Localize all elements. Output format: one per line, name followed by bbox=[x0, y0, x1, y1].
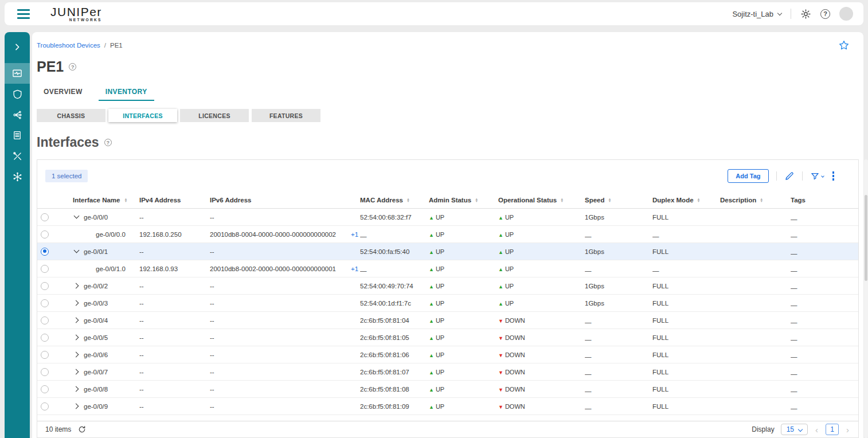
tab-inventory[interactable]: INVENTORY bbox=[105, 88, 147, 101]
add-tag-button[interactable]: Add Tag bbox=[728, 169, 768, 183]
row-radio-button[interactable] bbox=[41, 402, 49, 410]
help-icon[interactable]: ? bbox=[820, 9, 830, 19]
column-header-operational-status[interactable]: Operational Status▲▼ bbox=[498, 197, 585, 204]
ipv6-more-link[interactable]: +1 bbox=[351, 231, 358, 238]
status-arrow-icon: ▼ bbox=[498, 335, 503, 341]
row-expander-chevron-icon[interactable] bbox=[73, 369, 80, 375]
cell-ipv4-address: -- bbox=[139, 248, 210, 255]
row-expander-chevron-icon[interactable] bbox=[73, 351, 80, 358]
sort-icon: ▲▼ bbox=[475, 198, 478, 203]
breadcrumb-link-troubleshoot-devices[interactable]: Troubleshoot Devices bbox=[37, 42, 100, 49]
row-radio-button[interactable] bbox=[41, 230, 49, 238]
row-radio-button[interactable] bbox=[41, 385, 49, 393]
table-row[interactable]: ge-0/0/4 -- -- 2c:6b:f5:0f:81:04 ▲UP ▼DO… bbox=[37, 312, 858, 329]
row-radio-button[interactable] bbox=[41, 213, 49, 221]
table-row[interactable]: ge-0/0/3 -- -- 52:54:00:1d:f1:7c ▲UP ▲UP… bbox=[37, 295, 858, 312]
row-radio-button[interactable] bbox=[41, 316, 49, 324]
filter-funnel-icon[interactable] bbox=[810, 171, 824, 181]
sidebar-expand-chevron-icon[interactable] bbox=[5, 37, 30, 57]
sidebar-item-reports[interactable] bbox=[5, 125, 30, 146]
status-arrow-icon: ▼ bbox=[498, 353, 503, 358]
row-expander-chevron-icon[interactable] bbox=[73, 248, 80, 255]
section-help-icon[interactable]: ? bbox=[104, 139, 112, 146]
favorite-star-icon[interactable] bbox=[838, 40, 850, 51]
ipv6-more-link[interactable]: +1 bbox=[351, 265, 358, 272]
brand-name: JUNIPer bbox=[50, 6, 102, 18]
row-radio-button[interactable] bbox=[41, 334, 49, 342]
row-radio-button[interactable] bbox=[41, 351, 49, 359]
column-header-admin-status[interactable]: Admin Status▲▼ bbox=[429, 197, 498, 204]
column-header-duplex-mode[interactable]: Duplex Mode▲▼ bbox=[652, 197, 720, 204]
cell-operational-status: ▲UP bbox=[498, 283, 585, 290]
cell-operational-status: ▼DOWN bbox=[498, 317, 585, 324]
table-row[interactable]: ge-0/0/1.0 192.168.0.93 20010db8-0002-00… bbox=[37, 260, 858, 277]
next-page-button[interactable]: › bbox=[845, 425, 850, 435]
cell-tags: — bbox=[791, 334, 858, 341]
title-help-icon[interactable]: ? bbox=[69, 63, 76, 71]
subtab-licences[interactable]: LICENCES bbox=[180, 109, 249, 122]
table-row[interactable]: ge-0/0/0 -- -- 52:54:00:68:32:f7 ▲UP ▲UP… bbox=[37, 209, 858, 226]
cell-tags: — bbox=[791, 283, 858, 290]
snowflake-icon bbox=[12, 171, 23, 182]
tab-overview[interactable]: OVERVIEW bbox=[44, 88, 83, 101]
table-row[interactable]: ge-0/0/0.0 192.168.0.250 20010db8-0004-0… bbox=[37, 226, 858, 243]
sidebar-item-automation[interactable] bbox=[5, 166, 30, 187]
cell-admin-status: ▲UP bbox=[429, 248, 498, 255]
table-row[interactable]: ge-0/0/2 -- -- 52:54:00:49:70:74 ▲UP ▲UP… bbox=[37, 277, 858, 295]
vertical-scrollbar[interactable] bbox=[864, 159, 868, 438]
sidebar-item-device-dashboard[interactable] bbox=[5, 63, 30, 84]
tools-icon bbox=[12, 151, 23, 162]
edit-pencil-icon[interactable] bbox=[784, 171, 795, 181]
column-header-speed[interactable]: Speed▲▼ bbox=[585, 197, 652, 204]
sort-icon: ▲▼ bbox=[406, 198, 410, 203]
row-radio-button[interactable] bbox=[41, 248, 49, 256]
column-header-mac[interactable]: MAC Address▲▼ bbox=[360, 197, 429, 204]
row-expander-chevron-icon[interactable] bbox=[73, 334, 80, 341]
cell-admin-status: ▲UP bbox=[429, 369, 498, 376]
cell-tags: — bbox=[791, 369, 858, 376]
cell-duplex-mode: FULL bbox=[652, 369, 720, 376]
subtab-features[interactable]: FEATURES bbox=[252, 109, 320, 122]
table-row[interactable]: ge-0/0/5 -- -- 2c:6b:f5:0f:81:05 ▲UP ▼DO… bbox=[37, 329, 858, 346]
row-radio-button[interactable] bbox=[41, 299, 49, 307]
status-arrow-icon: ▲ bbox=[429, 267, 434, 272]
cell-admin-status: ▲UP bbox=[429, 300, 498, 307]
org-selector[interactable]: Sojitz-ti_Lab bbox=[732, 10, 781, 18]
avatar[interactable] bbox=[839, 7, 853, 21]
table-row[interactable]: ge-0/0/8 -- -- 2c:6b:f5:0f:81:08 ▲UP ▼DO… bbox=[37, 381, 858, 398]
subtab-chassis[interactable]: CHASSIS bbox=[37, 109, 105, 122]
row-expander-chevron-icon[interactable] bbox=[73, 214, 80, 220]
status-arrow-icon: ▲ bbox=[429, 232, 434, 238]
row-radio-button[interactable] bbox=[41, 265, 49, 273]
subtab-interfaces[interactable]: INTERFACES bbox=[108, 109, 177, 122]
column-header-interface-name[interactable]: Interface Name▲▼ bbox=[71, 197, 139, 204]
sidebar-item-network-topology[interactable] bbox=[5, 104, 30, 125]
sidebar-item-security[interactable] bbox=[5, 84, 30, 104]
row-radio-button[interactable] bbox=[41, 282, 49, 290]
current-page-box[interactable]: 1 bbox=[826, 424, 839, 435]
cell-ipv4-address: -- bbox=[139, 403, 210, 410]
table-row[interactable]: ge-0/0/6 -- -- 2c:6b:f5:0f:81:06 ▲UP ▼DO… bbox=[37, 346, 858, 363]
table-row[interactable]: ge-0/0/1 -- -- 52:54:00:fa:f5:40 ▲UP ▲UP… bbox=[37, 243, 858, 260]
refresh-icon[interactable] bbox=[78, 425, 86, 433]
sidebar-item-troubleshoot-tools[interactable] bbox=[5, 146, 30, 166]
prev-page-button[interactable]: ‹ bbox=[814, 425, 819, 435]
page-size-select[interactable]: 15 bbox=[781, 424, 808, 435]
cell-admin-status: ▲UP bbox=[429, 214, 498, 221]
column-header-description[interactable]: Description▲▼ bbox=[720, 197, 791, 204]
cell-interface-name: ge-0/0/8 bbox=[84, 386, 108, 393]
row-expander-chevron-icon[interactable] bbox=[73, 403, 80, 409]
table-row[interactable]: ge-0/0/9 -- -- 2c:6b:f5:0f:81:09 ▲UP ▼DO… bbox=[37, 398, 858, 415]
row-expander-chevron-icon[interactable] bbox=[73, 300, 80, 306]
scrollbar-thumb[interactable] bbox=[865, 195, 867, 281]
row-radio-button[interactable] bbox=[41, 368, 49, 376]
cell-operational-status: ▲UP bbox=[498, 265, 585, 272]
settings-gear-icon[interactable] bbox=[800, 9, 811, 19]
hamburger-menu-icon[interactable] bbox=[17, 9, 30, 19]
row-expander-chevron-icon[interactable] bbox=[73, 386, 80, 392]
row-expander-chevron-icon[interactable] bbox=[73, 317, 80, 323]
cell-interface-name: ge-0/0/3 bbox=[84, 300, 108, 307]
more-options-icon[interactable] bbox=[831, 170, 836, 182]
row-expander-chevron-icon[interactable] bbox=[73, 283, 80, 289]
table-row[interactable]: ge-0/0/7 -- -- 2c:6b:f5:0f:81:07 ▲UP ▼DO… bbox=[37, 363, 858, 381]
